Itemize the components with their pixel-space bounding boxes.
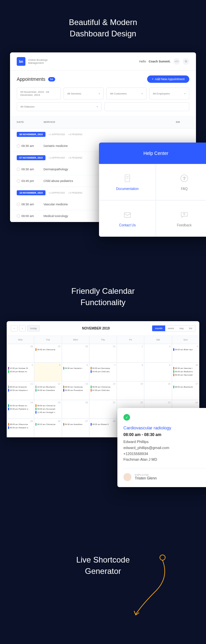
table-header: DATE SERVICE EM [10,116,196,129]
calendar-event[interactable]: 08:00 am Anatomic [8,386,33,388]
calendar-event[interactable]: 08:00 am Clinical ne [35,404,60,407]
calendar-event[interactable]: 09:30 am Breast im [8,404,33,407]
calendar-cell[interactable]: 1809:30 am Breast im05:30 pm Pediatric a [7,400,34,419]
calendar-event[interactable]: 09:55 am Breast if [91,423,115,426]
code-icon[interactable]: </> [173,58,180,65]
mail-icon [123,210,132,219]
calendar-cell[interactable]: 412:30 pm Nuclear Sl03:00 pm Breast im [7,363,34,381]
calendar-cell[interactable]: 21 [89,400,117,419]
calendar-cell[interactable]: 2508:00 am Glaucoma08:30 am Pediatric a [7,419,34,437]
calendar-cell[interactable]: 709:30 am Dermatop03:45 pm Child abu [89,363,117,381]
calendar-cell[interactable]: 2909:30 am Glaucoma [34,344,62,363]
calendar-cell[interactable]: 8 [117,363,144,381]
brand-text: Online Bookings Management [28,58,47,65]
calendar-cell[interactable]: 309:00 am Brain injur [172,344,199,363]
calendar-event[interactable]: 09:30 am Procedure [63,389,88,392]
calendar-event[interactable]: 03:00 pm Breast im [8,370,33,373]
date-chip: 06 NOVEMBER, 2019 [17,132,45,137]
statuses-filter[interactable]: All Statuses▾ [17,102,102,111]
header-user: Hello Coach Summit. </> ⚙ [139,58,189,65]
appointment-time: 09:30 am [21,168,34,171]
calendar-cell[interactable]: 1108:00 am Anatomic09:30 am Hospice a [7,381,34,400]
help-faq[interactable]: ? FAQ [156,164,206,200]
calendar-cell[interactable]: 1308:00 am Cardiovas09:30 am Procedure [62,381,89,400]
calendar-cell[interactable]: 15 [117,381,144,400]
page-title: Appointments [17,76,45,82]
calendar-event[interactable]: 03:45 pm Child abu [91,370,115,373]
calendar-cell[interactable]: 1708:00 am Biochemic [172,381,199,400]
calendar-cell[interactable]: 20 [62,400,89,419]
calendar-cell[interactable]: 31 [89,344,117,363]
calendar-event[interactable]: 09:30 am Anesthesi [35,389,60,392]
calendar-cell[interactable]: 1008:30 am Vascular r09:00 am Medical tc… [172,363,199,381]
calendar-event[interactable]: 08:15 am Clinical pa [35,423,60,426]
help-feedback[interactable]: Feedback [156,200,206,237]
calendar-cell[interactable]: 5 [34,363,62,381]
view-week[interactable]: week [165,326,177,331]
calendar-event[interactable]: 08:00 am Nuroscadi [35,408,60,410]
calendar-event[interactable]: 08:00 am Biochemic [173,386,198,388]
question-icon: ? [180,174,189,183]
calendar-event[interactable]: 10:45 am Biochemic [35,386,60,388]
view-list[interactable]: list [186,326,195,331]
help-documentation[interactable]: Documentation [99,164,156,200]
view-day[interactable]: day [177,326,186,331]
chevron-down-icon: ▾ [184,92,186,95]
employee-name: Tristen Glenn [135,476,157,480]
employees-filter[interactable]: All Employees▾ [149,87,189,99]
clock-icon [17,214,20,218]
calendar-day-header: Fri [117,336,144,344]
calendar-event[interactable]: 09:30 am Geriatric r [63,367,88,370]
calendar-event[interactable]: 09:00 am Medical tc [173,370,198,373]
calendar-event[interactable]: 12:30 pm Nuclear Sl [8,367,33,370]
calendar-cell[interactable]: 28 [7,344,34,363]
calendar-cell[interactable]: 2809:55 am Breast if [89,419,117,437]
calendar-event[interactable]: 05:30 pm Pediatric a [8,408,33,410]
calendar-cell[interactable]: 2608:15 am Clinical pa [34,419,62,437]
help-contact[interactable]: Contact Us [99,200,156,237]
calendar-cell[interactable]: 1 [117,344,144,363]
add-appointment-button[interactable]: + Add New Appointment [147,75,189,83]
calendar-day-header: Sun [172,336,199,344]
calendar-cell[interactable]: 2709:30 am Anesthesi [62,419,89,437]
prev-button[interactable]: ‹ [11,325,18,332]
calendar-event[interactable]: 09:00 am Brain injur [173,348,198,351]
pending-stat: • 0 PENDING [68,133,82,136]
calendar-event[interactable]: 09:30 am Dermatop [91,367,115,370]
calendar-cell[interactable]: 30 [62,344,89,363]
calendar-cell[interactable]: 1210:45 am Biochemic09:30 am Anesthesi [34,381,62,400]
calendar-event[interactable]: 08:30 am Pediatric a [8,426,33,429]
calendar-event[interactable]: 08:45 am Clinical pa [91,386,115,388]
appointment-time: 09:00 am [21,214,34,218]
event-title[interactable]: Cardiovascular radiology [123,425,205,430]
customers-filter[interactable]: All Customers▾ [106,87,146,99]
clock-icon [17,168,20,171]
date-range-filter[interactable]: 05 November, 2019 - 04 December, 2019 [17,87,61,99]
gear-icon[interactable]: ⚙ [183,58,189,65]
calendar-cell[interactable]: 1908:00 am Clinical ne08:00 am Nuroscadi… [34,400,62,419]
calendar-cell[interactable]: 2 [144,344,172,363]
calendar-event[interactable]: 08:00 am Cardiovas [63,386,88,388]
calendar-cell[interactable]: 1408:45 am Clinical pa01:30 pm Child abu [89,381,117,400]
event-customer-name: Edward Phillips [123,439,205,445]
calendar-event[interactable]: 09:30 am Hospice a [8,389,33,392]
services-filter[interactable]: All Services▾ [64,87,104,99]
calendar-event[interactable]: 09:30 am Neuroradi [173,374,198,376]
calendar-event[interactable]: 09:30 am Anesthesi [63,423,88,426]
calendar-event[interactable]: 01:30 pm Child abu [91,389,115,392]
logo-icon: bn [17,57,25,66]
extra-filter[interactable] [104,102,189,111]
calendar-cell[interactable]: 16 [144,381,172,400]
calendar-event[interactable]: 11:45 am Urologic c [35,411,60,414]
calendar-cell[interactable]: 9 [144,363,172,381]
calendar-event[interactable]: 08:00 am Glaucoma [8,423,33,426]
view-month[interactable]: month [152,326,165,331]
approved-stat: • 1 APPROVED [49,133,65,136]
calendar-event[interactable]: 09:30 am Glaucoma [35,348,60,351]
calendar-event[interactable]: 08:30 am Vascular r [173,367,198,370]
next-button[interactable]: › [19,325,26,332]
today-button[interactable]: today [27,325,40,332]
svg-rect-5 [124,213,131,217]
date-group-row[interactable]: 06 NOVEMBER, 2019• 1 APPROVED• 0 PENDING [10,129,196,140]
calendar-cell[interactable]: 609:30 am Geriatric r [62,363,89,381]
